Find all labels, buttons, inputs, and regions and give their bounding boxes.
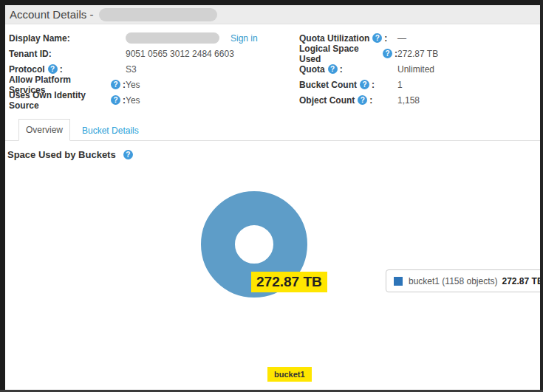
quota-label: Quota <box>299 64 325 75</box>
detail-row-quota: Quota ? : Unlimited <box>299 61 539 77</box>
details-left-column: Display Name: Sign in Tenant ID: 9051 05… <box>9 30 293 108</box>
tab-bar: Overview Bucket Details <box>5 120 540 141</box>
legend-series-name: bucket1 (1158 objects) <box>409 276 498 286</box>
legend-series-value: 272.87 TB <box>502 276 543 286</box>
display-name-label: Display Name: <box>9 33 126 44</box>
help-icon[interactable]: ? <box>383 49 392 58</box>
bucket-count-value: 1 <box>397 80 403 90</box>
logical-space-label: Logical Space Used <box>299 44 380 64</box>
section-heading: Space Used by Buckets ? <box>7 149 133 160</box>
help-icon[interactable]: ? <box>372 33 382 43</box>
help-icon[interactable]: ? <box>111 95 120 105</box>
colon: : <box>60 64 63 75</box>
identity-source-value: Yes <box>126 95 140 106</box>
colon: : <box>340 64 343 75</box>
page-header: Account Details - <box>5 5 540 24</box>
chart-legend: bucket1 (1158 objects) 272.87 TB <box>386 269 543 292</box>
help-icon[interactable]: ? <box>360 80 369 89</box>
quota-utilization-value: — <box>397 33 406 44</box>
tab-bucket-details[interactable]: Bucket Details <box>70 120 151 141</box>
object-count-value: 1,158 <box>397 95 420 106</box>
donut-slice-label: bucket1 <box>267 367 312 382</box>
colon: : <box>372 80 375 90</box>
help-icon[interactable]: ? <box>48 64 58 74</box>
window-border-left <box>0 0 5 392</box>
colon: : <box>369 95 372 106</box>
detail-row-identity-source: Uses Own Identity Source ? : Yes <box>9 92 293 108</box>
donut-center-value: 272.87 TB <box>251 272 327 292</box>
help-icon[interactable]: ? <box>123 150 133 159</box>
window-border-right <box>540 0 543 392</box>
platform-services-value: Yes <box>126 80 140 90</box>
space-used-heading: Space Used by Buckets <box>7 149 116 160</box>
logical-space-value: 272.87 TB <box>397 49 438 59</box>
detail-row-object-count: Object Count ? : 1,158 <box>299 92 539 108</box>
detail-row-display-name: Display Name: Sign in <box>9 30 293 46</box>
help-icon[interactable]: ? <box>358 95 367 105</box>
tenant-id-label: Tenant ID: <box>9 49 126 59</box>
object-count-label: Object Count <box>299 95 355 106</box>
redacted-account-name <box>99 8 217 21</box>
detail-row-tenant-id: Tenant ID: 9051 0565 3012 2484 6603 <box>9 46 293 61</box>
legend-swatch <box>394 277 403 286</box>
detail-row-bucket-count: Bucket Count ? : 1 <box>299 77 539 92</box>
bucket-count-label: Bucket Count <box>299 80 357 90</box>
tab-overview[interactable]: Overview <box>18 119 70 141</box>
help-icon[interactable]: ? <box>111 80 120 89</box>
quota-utilization-label: Quota Utilization <box>299 33 369 44</box>
tenant-id-value: 9051 0565 3012 2484 6603 <box>126 49 234 59</box>
display-name-value <box>126 32 219 44</box>
quota-value: Unlimited <box>397 64 434 75</box>
identity-source-label: Uses Own Identity Source <box>9 90 108 111</box>
account-details-window: Account Details - Display Name: Sign in … <box>0 0 543 392</box>
protocol-label: Protocol <box>9 64 45 75</box>
redacted-display-name <box>126 32 219 44</box>
sign-in-link[interactable]: Sign in <box>230 33 258 44</box>
colon: : <box>384 33 387 44</box>
detail-row-logical-space: Logical Space Used ? : 272.87 TB <box>299 46 539 61</box>
help-icon[interactable]: ? <box>328 64 338 74</box>
protocol-value: S3 <box>126 64 137 75</box>
window-border-top <box>0 0 543 5</box>
page-title: Account Details - <box>10 8 93 21</box>
details-right-column: Quota Utilization ? : — Logical Space Us… <box>299 30 539 108</box>
